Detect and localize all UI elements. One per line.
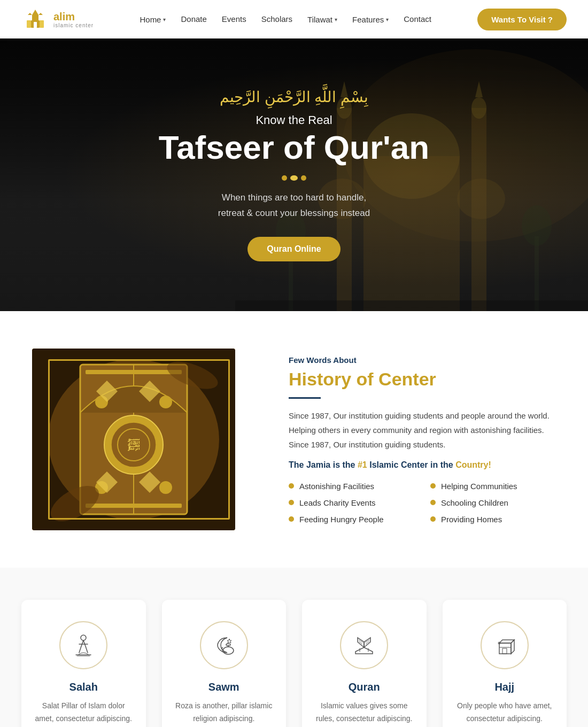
nav-item-features[interactable]: Features ▾ [352, 15, 389, 24]
hero-content: بِسْمِ اللَّهِ الرَّحْمَنِ الرَّحِيم Kno… [159, 88, 429, 262]
service-title-sawm: Sawm [173, 681, 276, 693]
svg-point-42 [226, 644, 230, 646]
hero-carousel-dots [159, 175, 429, 181]
chevron-down-icon: ▾ [163, 17, 166, 22]
feature-label: Leads Charity Events [299, 498, 376, 507]
about-title: History of Center [289, 369, 556, 390]
svg-point-15 [471, 97, 486, 119]
highlight-num: #1 [358, 460, 367, 469]
nav-link-scholars[interactable]: Scholars [261, 14, 292, 24]
chevron-down-icon: ▾ [386, 17, 389, 22]
svg-rect-6 [27, 20, 31, 28]
logo[interactable]: alim islamic center [21, 5, 94, 33]
service-title-salah: Salah [32, 681, 135, 693]
feature-astonishing: Astonishing Facilities [289, 482, 414, 491]
highlight-middle: Islamic Center in the [367, 460, 455, 469]
feature-label: Providing Homes [441, 515, 502, 524]
service-desc-quran: Islamic values gives some rules, consect… [313, 700, 416, 725]
feature-dot [289, 516, 294, 522]
salah-icon [71, 632, 96, 658]
nav-link-donate[interactable]: Donate [181, 14, 206, 24]
service-desc-sawm: Roza is another, pillar islamic religion… [173, 700, 276, 725]
salah-icon-wrap [59, 621, 107, 669]
hero-subtitle: Know the Real [159, 113, 429, 127]
feature-label: Helping Communities [441, 482, 517, 491]
svg-point-22 [522, 205, 552, 246]
nav-item-donate[interactable]: Donate [181, 14, 206, 24]
svg-rect-7 [40, 20, 44, 28]
nav-link-features[interactable]: Features ▾ [352, 15, 389, 24]
nav-item-scholars[interactable]: Scholars [261, 14, 292, 24]
svg-rect-33 [86, 504, 182, 508]
about-features-grid: Astonishing Facilities Helping Communiti… [289, 482, 556, 524]
service-card-sawm: Sawm Roza is another, pillar islamic rel… [162, 600, 287, 727]
feature-dot [430, 516, 436, 522]
about-description: Since 1987, Our institution guiding stud… [289, 408, 556, 452]
sawm-icon [211, 632, 237, 658]
islamic-door-art: ﷽ [32, 349, 235, 530]
feature-dot [289, 500, 294, 505]
sawm-icon-wrap [200, 621, 248, 669]
svg-rect-49 [502, 648, 507, 654]
service-card-salah: Salah Salat Pillar of Islam dolor amet, … [21, 600, 146, 727]
svg-point-41 [223, 647, 234, 654]
about-tag: Few Words About [289, 355, 556, 365]
feature-label: Astonishing Facilities [299, 482, 374, 491]
svg-text:﷽: ﷽ [128, 438, 140, 452]
service-card-quran: Quran Islamic values gives some rules, c… [302, 600, 427, 727]
service-desc-salah: Salat Pillar of Islam dolor amet, consec… [32, 700, 135, 725]
feature-schooling: Schooling Children [430, 498, 556, 507]
carousel-dot-2[interactable] [290, 175, 298, 181]
about-content: Few Words About History of Center Since … [289, 355, 556, 524]
carousel-dot-1[interactable] [282, 175, 287, 181]
nav-links: Home ▾ Donate Events Scholars Tilawat ▾ … [140, 14, 431, 24]
brand-text: alim islamic center [53, 11, 94, 28]
hero-title: Tafseer of Qur'an [159, 129, 429, 166]
feature-leads: Leads Charity Events [289, 498, 414, 507]
about-image-box: ﷽ [32, 349, 235, 530]
about-divider [289, 397, 321, 399]
nav-link-home[interactable]: Home ▾ [140, 15, 166, 24]
feature-label: Schooling Children [441, 498, 508, 507]
svg-rect-23 [235, 300, 588, 311]
highlight-prefix: The Jamia is the [289, 460, 358, 469]
nav-link-tilawat[interactable]: Tilawat ▾ [307, 15, 337, 24]
feature-label: Feeding Hungry People [299, 515, 384, 524]
feature-feeding: Feeding Hungry People [289, 515, 414, 524]
hajj-icon [492, 632, 517, 658]
svg-rect-3 [34, 22, 37, 28]
logo-icon [21, 5, 49, 33]
hajj-icon-wrap [481, 621, 529, 669]
svg-rect-21 [535, 236, 539, 311]
service-title-quran: Quran [313, 681, 416, 693]
svg-marker-43 [227, 639, 231, 643]
hero-arabic-text: بِسْمِ اللَّهِ الرَّحْمَنِ الرَّحِيم [159, 88, 429, 106]
quran-icon [351, 632, 377, 658]
feature-dot [430, 483, 436, 489]
svg-point-40 [81, 635, 86, 640]
svg-rect-32 [86, 370, 182, 374]
hero-section: بِسْمِ اللَّهِ الرَّحْمَنِ الرَّحِيم Kno… [0, 38, 588, 311]
about-highlight: The Jamia is the #1 Islamic Center in th… [289, 460, 556, 470]
navbar: alim islamic center Home ▾ Donate Events… [0, 0, 588, 38]
svg-point-37 [159, 396, 172, 408]
nav-item-events[interactable]: Events [222, 14, 246, 24]
service-title-hajj: Hajj [453, 681, 556, 693]
feature-dot [430, 500, 436, 505]
feature-helping: Helping Communities [430, 482, 556, 491]
about-image-container: ﷽ [32, 349, 257, 530]
quran-online-button[interactable]: Quran Online [247, 237, 340, 261]
about-section: ﷽ Few Words About Histor [0, 311, 588, 568]
hero-description: When things are too hard to handle, retr… [159, 190, 429, 221]
wants-to-visit-button[interactable]: Wants To Visit ? [477, 9, 567, 30]
nav-item-home[interactable]: Home ▾ [140, 15, 166, 24]
svg-point-18 [457, 179, 505, 219]
nav-link-events[interactable]: Events [222, 14, 246, 24]
service-card-hajj: Hajj Only people who have amet, consecte… [443, 600, 567, 727]
service-desc-hajj: Only people who have amet, consectetur a… [453, 700, 556, 725]
nav-link-contact[interactable]: Contact [404, 14, 431, 24]
nav-item-tilawat[interactable]: Tilawat ▾ [307, 15, 337, 24]
carousel-dot-3[interactable] [301, 175, 306, 181]
highlight-country: Country! [455, 460, 491, 469]
nav-item-contact[interactable]: Contact [404, 14, 431, 24]
